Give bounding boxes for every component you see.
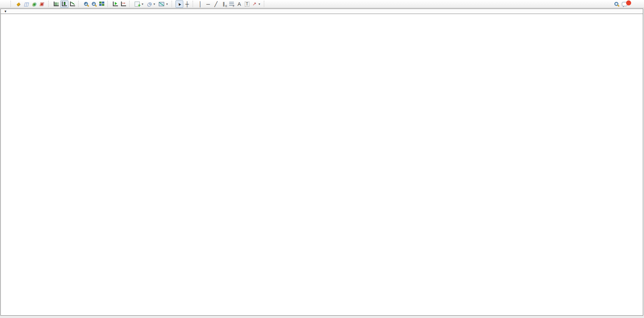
mt4-application: ◆ ◫ ◉ ▣ + − ↦ ▼ ◷▼ ▼ ▲ ┼ │ ─ ╱ ∥E F A T … [0,0,644,318]
chart-plot-area[interactable] [0,0,644,318]
